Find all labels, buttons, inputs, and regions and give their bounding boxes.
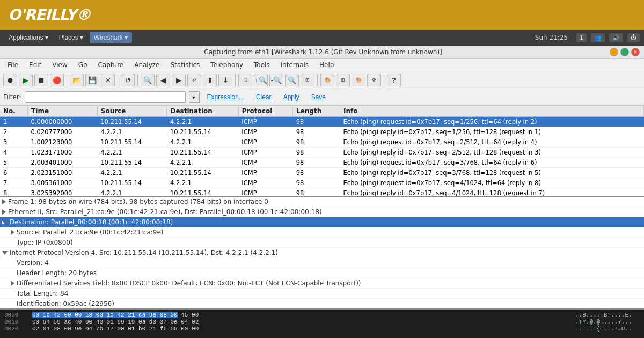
prefs-btn[interactable]: ⚙ (367, 74, 381, 86)
detail-row[interactable]: Frame 1: 98 bytes on wire (784 bits), 98… (0, 197, 644, 207)
detail-row[interactable]: Differentiated Services Field: 0x00 (DSC… (0, 278, 644, 289)
oreilly-bar: O'REILLY® (0, 0, 644, 30)
menu-item-file[interactable]: File (3, 60, 23, 70)
colorize-btn[interactable]: 🎨 (320, 74, 334, 86)
table-row[interactable]: 10.00000000010.211.55.144.2.2.1ICMP98Ech… (0, 117, 644, 127)
menu-item-statistics[interactable]: Statistics (166, 60, 204, 70)
taskbar: Applications ▾ Places ▾ Wireshark ▾ Sun … (0, 30, 644, 46)
wireshark-taskbar-btn[interactable]: Wireshark ▾ (90, 32, 132, 43)
find-btn[interactable]: 🔍 (141, 74, 155, 86)
minimize-button[interactable]: – (610, 48, 618, 56)
packet-table-header: No. Time Source Destination Protocol Len… (0, 106, 644, 117)
col-proto: Protocol (238, 106, 292, 117)
menu-item-capture[interactable]: Capture (93, 60, 128, 70)
col-len: Length (293, 106, 340, 117)
menu-item-telephony[interactable]: Telephony (206, 60, 247, 70)
detail-row[interactable]: Version: 4 (0, 258, 644, 268)
expression-btn[interactable]: Expression... (203, 92, 248, 102)
table-row[interactable]: 20.0207770004.2.2.110.211.55.14ICMP98Ech… (0, 127, 644, 137)
taskbar-clock: Sun 21:25 (535, 34, 568, 41)
table-row[interactable]: 41.0231710004.2.2.110.211.55.14ICMP98Ech… (0, 148, 644, 158)
resize-col-btn[interactable]: ⊞ (301, 74, 314, 86)
col-no: No. (0, 106, 28, 117)
packet-details[interactable]: Frame 1: 98 bytes on wire (784 bits), 98… (0, 197, 644, 310)
goto-btn[interactable]: ↵ (187, 74, 201, 86)
auto-scroll-btn[interactable]: □ (238, 74, 252, 86)
window-controls: – □ ✕ (610, 48, 640, 56)
places-menu[interactable]: Places ▾ (55, 32, 87, 43)
window-title: Capturing from eth1 [Wireshark 1.12.6 (G… (36, 48, 610, 56)
save-btn[interactable]: 💾 (85, 74, 99, 86)
help-btn[interactable]: ? (387, 74, 401, 86)
capture-interfaces-btn[interactable]: ⏺ (3, 74, 17, 86)
menu-item-view[interactable]: View (48, 60, 71, 70)
table-row[interactable]: 73.00536100010.211.55.144.2.2.1ICMP98Ech… (0, 178, 644, 188)
save-filter-btn[interactable]: Save (307, 92, 330, 102)
taskbar-right: 1 👥 🔊 ⏻ (576, 33, 640, 42)
table-row[interactable]: 31.00212300010.211.55.144.2.2.1ICMP98Ech… (0, 137, 644, 148)
maximize-button[interactable]: □ (620, 48, 629, 56)
reload-btn[interactable]: ↺ (121, 74, 135, 86)
hex-dump: 000000 1c 42 00 00 18 00 1c 42 21 ca 9e … (0, 310, 644, 338)
zoom-normal-btn[interactable]: 🔍 (285, 74, 299, 86)
detail-row[interactable]: Total Length: 84 (0, 289, 644, 299)
title-bar: Capturing from eth1 [Wireshark 1.12.6 (G… (0, 46, 644, 59)
table-row[interactable]: 52.00340100010.211.55.144.2.2.1ICMP98Ech… (0, 158, 644, 168)
menu-item-edit[interactable]: Edit (25, 60, 46, 70)
toolbar-sep3 (137, 74, 138, 86)
detail-row[interactable]: Destination: Parallel_00:00:18 (00:1c:42… (0, 217, 644, 227)
toolbar: ⏺ ▶ ⏹ 🔴 📂 💾 ✕ ↺ 🔍 ◀ ▶ ↵ ⬆ ⬇ □ +🔍 -🔍 🔍 ⊞ … (0, 71, 644, 89)
apply-btn[interactable]: Apply (279, 92, 304, 102)
menu-item-go[interactable]: Go (74, 60, 92, 70)
toolbar-sep5 (317, 74, 318, 86)
menu-item-help[interactable]: Help (315, 60, 338, 70)
toolbar-sep1 (67, 74, 67, 86)
capture-restart-btn[interactable]: 🔴 (50, 74, 64, 86)
zoom-out-btn[interactable]: -🔍 (269, 74, 283, 86)
col-dst: Destination (167, 106, 238, 117)
capture-stop-btn[interactable]: ⏹ (34, 74, 48, 86)
applications-menu[interactable]: Applications ▾ (4, 32, 53, 43)
forward-btn[interactable]: ▶ (172, 74, 186, 86)
close-file-btn[interactable]: ✕ (101, 74, 115, 86)
detail-row[interactable]: Type: IP (0x0800) (0, 238, 644, 248)
filter-label: Filter: (3, 93, 21, 101)
table-row[interactable]: 83.0253920004.2.2.110.211.55.14ICMP98Ech… (0, 188, 644, 197)
back-btn[interactable]: ◀ (156, 74, 170, 86)
open-btn[interactable]: 📂 (70, 74, 84, 86)
color-filter-btn[interactable]: ⊞ (336, 74, 350, 86)
col-info: Info (340, 106, 644, 117)
col-src: Source (97, 106, 167, 117)
clear-btn[interactable]: Clear (252, 92, 276, 102)
detail-row[interactable]: Source: Parallel_21:ca:9e (00:1c:42:21:c… (0, 227, 644, 238)
packet-list[interactable]: No. Time Source Destination Protocol Len… (0, 106, 644, 197)
toolbar-sep4 (235, 74, 236, 86)
volume-icon[interactable]: 🔊 (609, 33, 623, 42)
menu-item-tools[interactable]: Tools (250, 60, 274, 70)
detail-row[interactable]: Identification: 0x59ac (22956) (0, 299, 644, 309)
capture-start-btn[interactable]: ▶ (19, 74, 33, 86)
menu-item-analyze[interactable]: Analyze (130, 60, 164, 70)
first-btn[interactable]: ⬆ (203, 74, 217, 86)
detail-row[interactable]: Ethernet II, Src: Parallel_21:ca:9e (00:… (0, 207, 644, 217)
last-btn[interactable]: ⬇ (218, 74, 232, 86)
workspace-indicator[interactable]: 1 (576, 33, 587, 42)
detail-row[interactable]: Header Length: 20 bytes (0, 268, 644, 278)
filter-input[interactable] (25, 91, 186, 103)
col-time: Time (28, 106, 98, 117)
hex-row: 002002 01 08 00 9e 04 7b 17 00 01 b0 21 … (4, 326, 640, 332)
menu-item-internals[interactable]: Internals (276, 60, 313, 70)
filter-dropdown-btn[interactable]: ▾ (189, 91, 200, 103)
packet-table: No. Time Source Destination Protocol Len… (0, 106, 644, 197)
hex-row: 000000 1c 42 00 00 18 00 1c 42 21 ca 9e … (4, 312, 640, 318)
close-button[interactable]: ✕ (631, 48, 640, 56)
coloring-rules-btn[interactable]: 🎨 (352, 74, 365, 86)
filterbar: Filter: ▾ Expression... Clear Apply Save (0, 89, 644, 106)
detail-row[interactable]: Internet Protocol Version 4, Src: 10.211… (0, 248, 644, 258)
power-icon[interactable]: ⏻ (627, 33, 640, 42)
packet-tbody: 10.00000000010.211.55.144.2.2.1ICMP98Ech… (0, 117, 644, 197)
zoom-in-btn[interactable]: +🔍 (254, 74, 268, 86)
oreilly-logo: O'REILLY® (8, 6, 91, 24)
table-row[interactable]: 62.0231510004.2.2.110.211.55.14ICMP98Ech… (0, 168, 644, 178)
menubar: FileEditViewGoCaptureAnalyzeStatisticsTe… (0, 59, 644, 71)
